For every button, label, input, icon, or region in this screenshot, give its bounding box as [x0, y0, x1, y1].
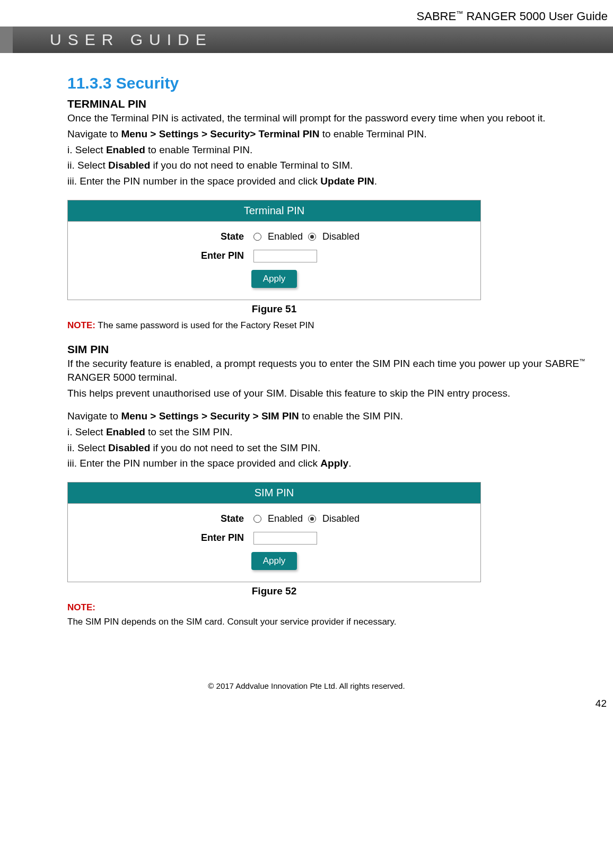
state-controls: Enabled Disabled	[253, 231, 360, 242]
section-title: 11.3.3 Security	[67, 74, 608, 92]
footer-copyright: © 2017 Addvalue Innovation Pte Ltd. All …	[0, 681, 613, 696]
enter-pin-label: Enter PIN	[68, 250, 253, 261]
pin-input[interactable]	[253, 532, 317, 545]
pin-input[interactable]	[253, 250, 317, 262]
sim-step-iii: iii. Enter the PIN number in the space p…	[67, 457, 608, 470]
radio-enabled[interactable]	[253, 515, 261, 523]
note-label: NOTE:	[67, 320, 95, 330]
product-suffix: RANGER 5000 User Guide	[463, 10, 608, 23]
note-1: NOTE: The same password is used for the …	[67, 318, 608, 332]
panel-body: State Enabled Disabled Enter PIN Appl	[68, 504, 480, 582]
terminal-nav: Navigate to Menu > Settings > Security> …	[67, 127, 608, 141]
panel-body: State Enabled Disabled Enter PIN Appl	[68, 222, 480, 300]
state-label: State	[68, 513, 253, 524]
figure-51-caption: Figure 51	[67, 303, 481, 315]
disabled-label: Disabled	[322, 231, 360, 242]
apply-button[interactable]: Apply	[251, 552, 297, 570]
note-2-text: The SIM PIN depends on the SIM card. Con…	[67, 616, 608, 628]
terminal-step-ii: ii. Select Disabled if you do not need t…	[67, 159, 608, 172]
terminal-p1: Once the Terminal PIN is activated, the …	[67, 111, 608, 125]
terminal-step-i: i. Select Enabled to enable Terminal PIN…	[67, 143, 608, 157]
terminal-pin-panel: Terminal PIN State Enabled Disabled Ente…	[67, 200, 481, 300]
enter-pin-row: Enter PIN	[68, 250, 480, 262]
enabled-label: Enabled	[268, 231, 303, 242]
note-label: NOTE:	[67, 602, 95, 612]
apply-row: Apply	[68, 552, 480, 570]
figure-51: Terminal PIN State Enabled Disabled Ente…	[67, 200, 608, 315]
sim-p1: If the security feature is enabled, a pr…	[67, 357, 608, 384]
terminal-step-iii: iii. Enter the PIN number in the space p…	[67, 174, 608, 188]
state-controls: Enabled Disabled	[253, 513, 360, 524]
page-number: 42	[0, 698, 613, 709]
product-name: SABRE	[417, 10, 457, 23]
state-row: State Enabled Disabled	[68, 513, 480, 524]
sim-nav: Navigate to Menu > Settings > Security >…	[67, 409, 608, 423]
enabled-label: Enabled	[268, 513, 303, 524]
disabled-label: Disabled	[322, 513, 360, 524]
sim-pin-heading: SIM PIN	[67, 343, 608, 356]
note-text: The same password is used for the Factor…	[95, 320, 314, 330]
enter-pin-label: Enter PIN	[68, 532, 253, 543]
banner-text: USER GUIDE	[50, 31, 213, 49]
enter-pin-row: Enter PIN	[68, 532, 480, 545]
sim-step-i: i. Select Enabled to set the SIM PIN.	[67, 425, 608, 439]
figure-52-caption: Figure 52	[67, 585, 481, 597]
radio-dot-icon	[310, 235, 314, 239]
figure-52: SIM PIN State Enabled Disabled Enter PIN	[67, 482, 608, 597]
panel-header: SIM PIN	[68, 483, 480, 504]
content-area: 11.3.3 Security TERMINAL PIN Once the Te…	[0, 53, 613, 628]
trademark-symbol: ™	[456, 10, 463, 17]
sim-p2: This helps prevent unauthorised use of y…	[67, 387, 608, 400]
sim-pin-panel: SIM PIN State Enabled Disabled Enter PIN	[67, 482, 481, 582]
radio-disabled[interactable]	[308, 233, 316, 241]
state-label: State	[68, 231, 253, 242]
radio-enabled[interactable]	[253, 233, 261, 241]
banner: USER GUIDE	[0, 27, 613, 53]
state-row: State Enabled Disabled	[68, 231, 480, 242]
terminal-pin-heading: TERMINAL PIN	[67, 98, 608, 110]
document-header: SABRE™ RANGER 5000 User Guide	[0, 0, 613, 27]
banner-main: USER GUIDE	[13, 27, 613, 53]
radio-dot-icon	[310, 517, 314, 521]
note-2-label: NOTE:	[67, 600, 608, 614]
apply-button[interactable]: Apply	[251, 270, 297, 288]
sim-step-ii: ii. Select Disabled if you do not need t…	[67, 441, 608, 455]
panel-header: Terminal PIN	[68, 200, 480, 222]
apply-row: Apply	[68, 270, 480, 288]
radio-disabled[interactable]	[308, 515, 316, 523]
banner-accent	[0, 27, 13, 53]
